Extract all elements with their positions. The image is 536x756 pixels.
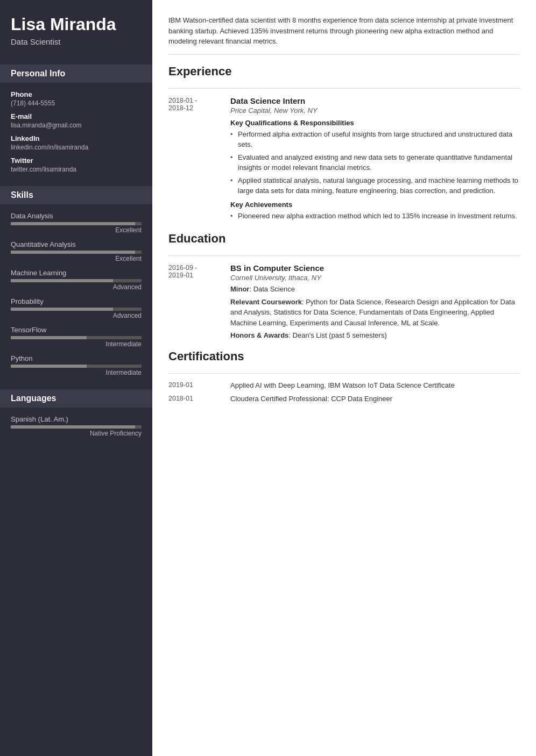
- candidate-title: Data Scientist: [11, 37, 142, 46]
- experience-title: Experience: [168, 65, 520, 81]
- education-divider: [168, 255, 520, 256]
- cert-date-1: 2018-01: [168, 395, 230, 403]
- coursework-0: Relevant Coursework: Python for Data Sci…: [230, 297, 520, 329]
- achievement-0: Pioneered new alpha extraction method wh…: [230, 211, 520, 222]
- main-content: IBM Watson-certified data scientist with…: [152, 0, 536, 756]
- experience-content-0: Data Science Intern Price Capital, New Y…: [230, 96, 520, 224]
- education-content-0: BS in Computer Science Cornell Universit…: [230, 263, 520, 341]
- resume-page: Lisa Miranda Data Scientist Personal Inf…: [0, 0, 536, 756]
- skill-item-0: Data Analysis Excellent: [11, 212, 142, 234]
- languages-title: Languages: [0, 389, 152, 408]
- skill-item-5: Python Intermediate: [11, 354, 142, 376]
- skill-level-1: Excellent: [11, 255, 142, 262]
- email-label: E-mail: [11, 112, 142, 120]
- cert-text-0: Applied AI with Deep Learning, IBM Watso…: [230, 381, 520, 389]
- skill-item-1: Quantitative Analysis Excellent: [11, 240, 142, 262]
- certifications-title: Certifications: [168, 350, 520, 366]
- experience-divider: [168, 88, 520, 89]
- skill-name-4: TensorFlow: [11, 326, 142, 334]
- achievements-label-0: Key Achievements: [230, 201, 520, 209]
- skill-name-0: Data Analysis: [11, 212, 142, 220]
- qualification-2: Applied statistical analysis, natural la…: [230, 175, 520, 196]
- twitter-label: Twitter: [11, 156, 142, 165]
- skill-name-1: Quantitative Analysis: [11, 240, 142, 248]
- degree-0: BS in Computer Science: [230, 263, 520, 273]
- phone-label: Phone: [11, 90, 142, 98]
- personal-info-title: Personal Info: [0, 65, 152, 83]
- sidebar: Lisa Miranda Data Scientist Personal Inf…: [0, 0, 152, 756]
- twitter-value: twitter.com/lisamiranda: [11, 166, 142, 173]
- skill-bar-fill-1: [11, 251, 135, 254]
- coursework-label-0: Relevant Coursework: [230, 298, 302, 306]
- education-title: Education: [168, 232, 520, 248]
- language-level-0: Native Proficiency: [11, 430, 142, 437]
- skill-bar-4: [11, 336, 142, 339]
- skill-item-2: Machine Learning Advanced: [11, 269, 142, 291]
- qualifications-list-0: Performed alpha extraction of useful ins…: [230, 129, 520, 196]
- summary-text: IBM Watson-certified data scientist with…: [168, 15, 520, 55]
- honors-label-0: Honors & Awards: [230, 331, 288, 339]
- skill-bar-fill-2: [11, 279, 113, 282]
- qualification-0: Performed alpha extraction of useful ins…: [230, 129, 520, 150]
- languages-list: Spanish (Lat. Am.) Native Proficiency: [11, 415, 142, 437]
- school-0: Cornell University, Ithaca, NY: [230, 274, 520, 282]
- certifications-list: 2019-01 Applied AI with Deep Learning, I…: [168, 381, 520, 403]
- candidate-name: Lisa Miranda: [11, 15, 142, 34]
- experience-entry-0: 2018-01 -2018-12 Data Science Intern Pri…: [168, 96, 520, 224]
- skill-level-3: Advanced: [11, 312, 142, 319]
- linkedin-value: linkedin.com/in/lisamiranda: [11, 144, 142, 151]
- skills-list: Data Analysis Excellent Quantitative Ana…: [11, 212, 142, 376]
- education-entry-0: 2016-09 -2019-01 BS in Computer Science …: [168, 263, 520, 341]
- language-bar-0: [11, 425, 142, 429]
- skill-level-4: Intermediate: [11, 340, 142, 348]
- cert-date-0: 2019-01: [168, 381, 230, 389]
- experience-date-0: 2018-01 -2018-12: [168, 96, 230, 224]
- job-title-0: Data Science Intern: [230, 96, 520, 105]
- qualifications-label-0: Key Qualifications & Responsibilities: [230, 119, 520, 127]
- skill-level-0: Excellent: [11, 226, 142, 234]
- skill-bar-1: [11, 251, 142, 254]
- languages-section: Languages Spanish (Lat. Am.) Native Prof…: [0, 382, 152, 443]
- minor-0: Minor: Data Science: [230, 284, 520, 295]
- certifications-divider: [168, 373, 520, 374]
- language-bar-fill-0: [11, 425, 135, 429]
- company-0: Price Capital, New York, NY: [230, 106, 520, 115]
- personal-info-section: Personal Info Phone (718) 444-5555 E-mai…: [0, 57, 152, 179]
- linkedin-label: LinkedIn: [11, 134, 142, 142]
- honors-0: Honors & Awards: Dean's List (past 5 sem…: [230, 330, 520, 341]
- skill-bar-2: [11, 279, 142, 282]
- skill-bar-3: [11, 308, 142, 311]
- experience-section: Experience 2018-01 -2018-12 Data Science…: [168, 65, 520, 224]
- language-item-0: Spanish (Lat. Am.) Native Proficiency: [11, 415, 142, 437]
- minor-label-0: Minor: [230, 285, 249, 293]
- skill-bar-fill-5: [11, 365, 87, 368]
- skills-title: Skills: [0, 186, 152, 204]
- skills-section: Skills Data Analysis Excellent Quantitat…: [0, 179, 152, 382]
- education-date-0: 2016-09 -2019-01: [168, 263, 230, 341]
- achievements-list-0: Pioneered new alpha extraction method wh…: [230, 211, 520, 222]
- cert-entry-1: 2018-01 Cloudera Certified Professional:…: [168, 395, 520, 403]
- skill-bar-5: [11, 365, 142, 368]
- skill-level-5: Intermediate: [11, 369, 142, 376]
- email-value: lisa.miranda@gmail.com: [11, 122, 142, 129]
- skill-item-4: TensorFlow Intermediate: [11, 326, 142, 348]
- skill-bar-fill-3: [11, 308, 113, 311]
- language-name-0: Spanish (Lat. Am.): [11, 415, 142, 423]
- phone-value: (718) 444-5555: [11, 99, 142, 107]
- qualification-1: Evaluated and analyzed existing and new …: [230, 152, 520, 173]
- skill-name-2: Machine Learning: [11, 269, 142, 277]
- skill-name-3: Probability: [11, 297, 142, 305]
- cert-text-1: Cloudera Certified Professional: CCP Dat…: [230, 395, 520, 403]
- sidebar-header: Lisa Miranda Data Scientist: [0, 0, 152, 57]
- skill-bar-fill-4: [11, 336, 87, 339]
- skill-bar-0: [11, 222, 142, 225]
- skill-bar-fill-0: [11, 222, 135, 225]
- certifications-section: Certifications 2019-01 Applied AI with D…: [168, 350, 520, 403]
- skill-item-3: Probability Advanced: [11, 297, 142, 319]
- cert-entry-0: 2019-01 Applied AI with Deep Learning, I…: [168, 381, 520, 389]
- education-section: Education 2016-09 -2019-01 BS in Compute…: [168, 232, 520, 341]
- skill-name-5: Python: [11, 354, 142, 362]
- skill-level-2: Advanced: [11, 283, 142, 291]
